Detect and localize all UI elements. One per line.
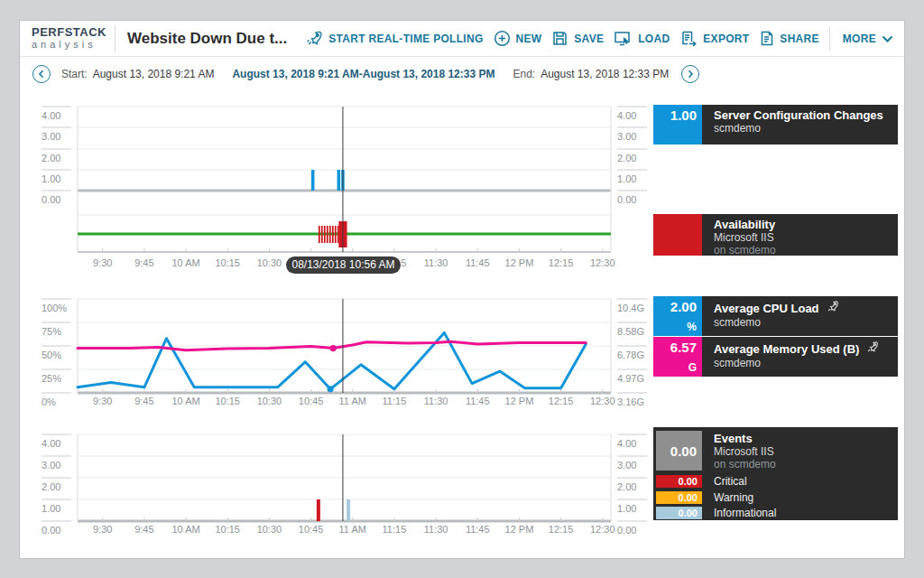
- y-axis-label-left: 3.00: [42, 131, 60, 142]
- y-axis-label-right: 4.00: [617, 438, 636, 449]
- x-axis-label: 10 AM: [171, 396, 199, 406]
- x-axis-label: 11:45: [466, 524, 490, 535]
- x-axis-label: 12 PM: [505, 396, 534, 406]
- warning-count-box: 0.00: [656, 491, 702, 504]
- legend-unit: G: [688, 362, 697, 374]
- legend-value-box: 6.57 G: [653, 337, 702, 377]
- y-axis-label-left: 100%: [42, 303, 67, 313]
- export-label: EXPORT: [703, 33, 749, 45]
- x-axis-label: 12 PM: [505, 257, 534, 268]
- legend-subtitle: scmdemo: [714, 316, 898, 329]
- save-button[interactable]: SAVE: [551, 30, 604, 47]
- y-axis-label-left: 25%: [42, 373, 61, 384]
- legend-average-memory-used[interactable]: 6.57 G Average Memory Used (B) scmdemo: [653, 337, 898, 377]
- timeline-chart-1[interactable]: 4.004.003.003.002.002.001.001.000.000.00…: [20, 102, 651, 279]
- share-label: SHARE: [780, 33, 819, 45]
- end-value[interactable]: August 13, 2018 12:33 PM: [541, 68, 669, 80]
- legend-events[interactable]: 0.00 Events Microsoft IIS on scmdemo 0.0…: [653, 427, 898, 520]
- legend-subtitle-2: on scmdemo: [714, 244, 898, 256]
- y-axis-label-right: 0.00: [617, 194, 636, 205]
- x-axis-label: 12:15: [549, 396, 574, 406]
- x-axis-label: 11:30: [424, 396, 448, 406]
- x-axis-label: 12:15: [549, 524, 574, 535]
- y-axis-label-right: 1.00: [617, 503, 636, 514]
- y-axis-label-left: 3.00: [42, 460, 60, 471]
- monitor-cursor-icon: [614, 30, 633, 47]
- desktop-background: { "app": { "logo_line1": "PERFSTACK", "l…: [0, 0, 924, 578]
- critical-count-box: 0.00: [656, 475, 702, 488]
- x-axis-label: 12:30: [590, 396, 615, 406]
- x-axis-label: 10:30: [257, 524, 282, 535]
- document-export-icon: [679, 30, 698, 47]
- x-axis-label: 11:30: [424, 524, 448, 535]
- start-value[interactable]: August 13, 2018 9:21 AM: [93, 68, 215, 80]
- x-axis-label: 9:45: [134, 396, 153, 406]
- logo-line1: PERFSTACK: [32, 26, 115, 39]
- y-axis-label-right: 3.16G: [617, 396, 644, 407]
- legend-availability[interactable]: Availability Microsoft IIS on scmdemo: [653, 214, 898, 256]
- legend-value: 2.00: [670, 299, 697, 314]
- informational-label: Informational: [714, 507, 776, 519]
- end-label: End:: [513, 68, 535, 80]
- legend-value-box: 1.00: [653, 105, 702, 144]
- x-axis-label: 11:15: [383, 396, 407, 406]
- hover-marker: [330, 345, 337, 351]
- legend-server-config-changes[interactable]: 1.00 Server Configuration Changes scmdem…: [653, 105, 898, 144]
- x-axis-label: 12:30: [590, 524, 615, 535]
- x-axis-label: 9:45: [134, 524, 153, 535]
- legend-value: 1.00: [670, 107, 697, 123]
- y-axis-label-right: 3.00: [617, 460, 636, 471]
- legend-subtitle: Microsoft IIS: [714, 445, 898, 458]
- y-axis-label-left: 4.00: [42, 438, 60, 449]
- top-toolbar: PERFSTACK analysis Website Down Due t...…: [20, 21, 904, 57]
- x-axis-label: 9:30: [93, 396, 112, 406]
- chevron-down-icon: [882, 35, 893, 42]
- start-polling-label: START REAL-TIME POLLING: [328, 33, 483, 45]
- load-label: LOAD: [638, 33, 670, 45]
- y-axis-label-right: 6.78G: [617, 350, 644, 360]
- x-axis-label: 11:45: [466, 257, 490, 268]
- x-axis-label: 11:30: [424, 257, 448, 268]
- legend-title: Server Configuration Changes: [714, 108, 883, 122]
- y-axis-label-right: 2.00: [617, 481, 636, 492]
- y-axis-label-right: 10.4G: [617, 303, 644, 313]
- legend-title: Average Memory Used (B): [714, 342, 859, 356]
- crosshair-tooltip: 08/13/2018 10:56 AM: [286, 256, 401, 274]
- legend-average-cpu-load[interactable]: 2.00 % Average CPU Load scmdemo: [653, 296, 898, 336]
- plus-circle-icon: [494, 30, 511, 47]
- x-axis-label: 9:45: [134, 257, 153, 268]
- server-configuration-changes-bar: [337, 170, 341, 191]
- page-title: Website Down Due t...: [127, 30, 287, 48]
- y-axis-label-right: 0.00: [617, 525, 636, 536]
- timeline-chart-3[interactable]: 4.004.003.003.002.002.001.001.000.000.00…: [20, 425, 651, 545]
- legend-value-box: 0.00: [656, 431, 702, 471]
- polling-rocket-icon[interactable]: [865, 340, 879, 357]
- legend-title: Average CPU Load: [714, 302, 819, 315]
- timeline-chart-2[interactable]: 100%10.4G75%8.58G50%6.78G25%4.97G0%3.16G…: [20, 297, 651, 416]
- load-button[interactable]: LOAD: [614, 30, 670, 47]
- y-axis-label-right: 4.97G: [617, 373, 644, 384]
- share-button[interactable]: SHARE: [759, 30, 819, 47]
- y-axis-label-right: 3.00: [617, 131, 636, 142]
- informational-count-box: 0.00: [656, 507, 702, 519]
- legend-value: 6.57: [670, 340, 697, 355]
- polling-rocket-icon[interactable]: [826, 300, 839, 316]
- y-axis-label-right: 2.00: [617, 153, 636, 163]
- time-back-button[interactable]: [32, 65, 51, 83]
- start-polling-button[interactable]: START REAL-TIME POLLING: [305, 30, 483, 48]
- logo-line2: analysis: [32, 39, 115, 51]
- save-label: SAVE: [574, 33, 604, 45]
- x-axis-label: 10 AM: [171, 524, 199, 535]
- selected-range[interactable]: August 13, 2018 9:21 AM-August 13, 2018 …: [232, 68, 494, 80]
- x-axis-label: 10:30: [257, 396, 282, 406]
- x-axis-label: 12:30: [590, 257, 615, 268]
- perfstack-window: PERFSTACK analysis Website Down Due t...…: [19, 20, 905, 559]
- time-forward-button[interactable]: [681, 65, 699, 83]
- export-button[interactable]: EXPORT: [679, 30, 749, 47]
- more-button[interactable]: MORE: [843, 33, 893, 45]
- x-axis-label: 10:15: [215, 257, 240, 268]
- x-axis-label: 10:15: [215, 524, 240, 535]
- y-axis-label-right: 8.58G: [617, 326, 644, 337]
- new-button[interactable]: NEW: [494, 30, 542, 47]
- x-axis-label: 10 AM: [171, 257, 199, 268]
